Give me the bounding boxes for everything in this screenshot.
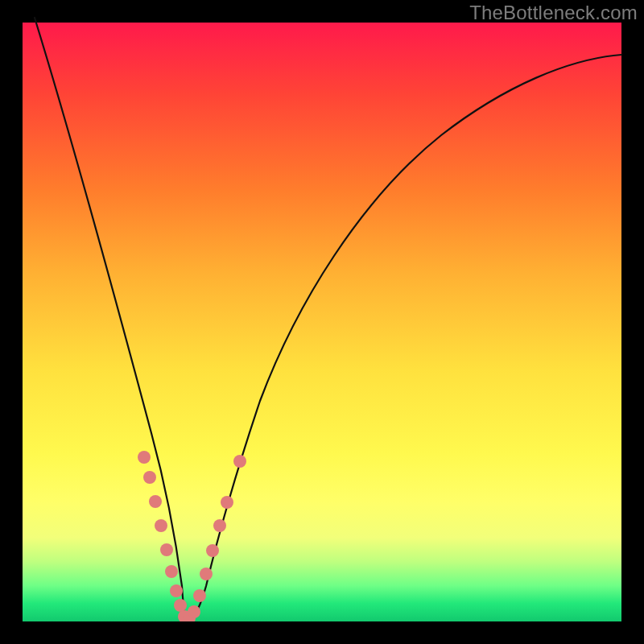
bottom-frame-bar bbox=[23, 621, 621, 644]
marker-dot bbox=[221, 496, 233, 509]
marker-dot bbox=[174, 599, 187, 612]
marker-dot bbox=[213, 519, 226, 532]
marker-dot bbox=[160, 543, 173, 556]
marker-group bbox=[138, 451, 246, 625]
chart-frame: TheBottleneck.com bbox=[0, 0, 644, 644]
marker-dot bbox=[170, 584, 183, 597]
bottleneck-curve bbox=[35, 18, 621, 620]
marker-dot bbox=[206, 544, 219, 557]
marker-dot bbox=[143, 471, 156, 484]
marker-dot bbox=[165, 565, 178, 578]
marker-dot bbox=[155, 519, 167, 532]
watermark-text: TheBottleneck.com bbox=[469, 2, 638, 24]
bottleneck-curve-svg bbox=[23, 23, 621, 621]
marker-dot bbox=[233, 455, 246, 468]
marker-dot bbox=[200, 568, 213, 580]
plot-area bbox=[23, 23, 621, 621]
marker-dot bbox=[138, 451, 151, 464]
marker-dot bbox=[188, 605, 200, 618]
marker-dot bbox=[149, 495, 162, 508]
marker-dot bbox=[193, 589, 206, 602]
